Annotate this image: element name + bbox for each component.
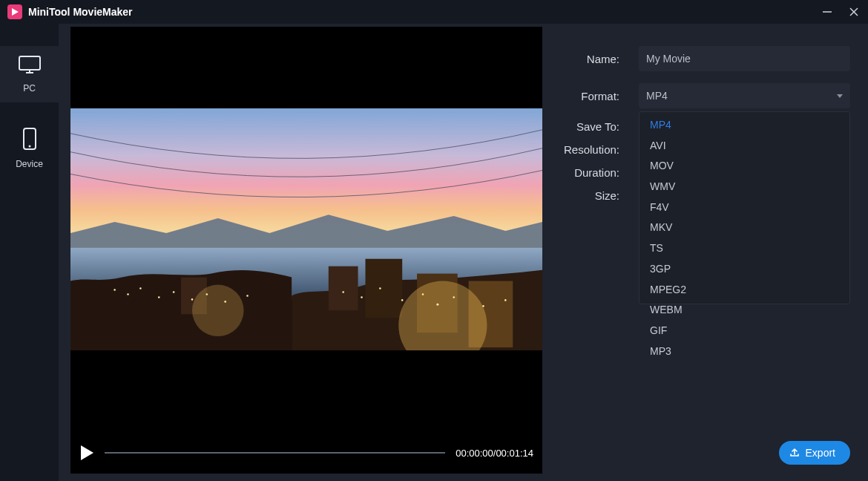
format-option-3gp[interactable]: 3GP bbox=[640, 259, 849, 280]
seek-bar[interactable] bbox=[105, 452, 445, 454]
format-option-mov[interactable]: MOV bbox=[640, 156, 849, 177]
format-select[interactable]: MP4 bbox=[639, 83, 850, 108]
export-bar: Export bbox=[554, 441, 850, 465]
format-selected-value: MP4 bbox=[646, 90, 668, 102]
svg-point-27 bbox=[342, 291, 344, 293]
size-label: Size: bbox=[554, 189, 622, 202]
titlebar: MiniTool MovieMaker bbox=[0, 0, 868, 24]
export-button[interactable]: Export bbox=[779, 441, 850, 465]
svg-rect-12 bbox=[366, 259, 403, 318]
format-option-mkv[interactable]: MKV bbox=[640, 217, 849, 238]
sidebar-item-device[interactable]: Device bbox=[0, 119, 59, 178]
svg-point-21 bbox=[158, 296, 160, 298]
svg-point-29 bbox=[379, 287, 381, 289]
sidebar-item-label: PC bbox=[23, 83, 36, 94]
format-row: Format: MP4 bbox=[554, 83, 850, 108]
format-option-wmv[interactable]: WMV bbox=[640, 177, 849, 197]
video-frame bbox=[70, 108, 542, 350]
resolution-label: Resolution: bbox=[554, 143, 622, 156]
app-logo-icon bbox=[7, 4, 22, 19]
player-controls: 00:00:00/00:01:14 bbox=[70, 432, 542, 474]
play-button[interactable] bbox=[79, 445, 94, 461]
upload-icon bbox=[789, 447, 800, 459]
app-title: MiniTool MovieMaker bbox=[28, 6, 133, 18]
format-option-mp4[interactable]: MP4 bbox=[640, 115, 849, 136]
format-option-mp3[interactable]: MP3 bbox=[640, 341, 849, 362]
window-controls bbox=[821, 5, 861, 19]
svg-point-31 bbox=[422, 293, 424, 295]
svg-point-24 bbox=[206, 293, 208, 295]
svg-point-32 bbox=[436, 304, 438, 306]
svg-point-23 bbox=[191, 298, 194, 301]
svg-point-8 bbox=[28, 145, 30, 148]
close-button[interactable] bbox=[847, 5, 861, 19]
svg-point-20 bbox=[139, 287, 142, 289]
monitor-icon bbox=[17, 53, 42, 79]
format-label: Format: bbox=[554, 90, 622, 102]
format-option-ts[interactable]: TS bbox=[640, 238, 849, 259]
main-area: PC Device bbox=[0, 24, 868, 481]
svg-marker-0 bbox=[12, 8, 19, 16]
name-input[interactable] bbox=[639, 46, 850, 71]
svg-point-34 bbox=[482, 305, 484, 307]
format-dropdown[interactable]: MP4AVIMOVWMVF4VMKVTS3GPMPEG2WEBMGIFMP3 bbox=[639, 111, 850, 304]
svg-point-33 bbox=[453, 296, 455, 298]
format-option-mpeg2[interactable]: MPEG2 bbox=[640, 280, 849, 301]
duration-label: Duration: bbox=[554, 166, 622, 179]
export-sidebar: PC Device bbox=[0, 24, 59, 481]
svg-point-30 bbox=[401, 299, 404, 301]
sidebar-item-pc[interactable]: PC bbox=[0, 46, 59, 102]
smartphone-icon bbox=[21, 126, 39, 154]
svg-rect-4 bbox=[19, 56, 40, 70]
svg-point-35 bbox=[504, 299, 507, 301]
minimize-button[interactable] bbox=[821, 5, 834, 19]
chevron-down-icon bbox=[837, 94, 843, 98]
svg-point-18 bbox=[114, 289, 116, 291]
export-settings-panel: Name: Format: MP4 Save To: Resolution: D… bbox=[554, 24, 868, 481]
svg-marker-36 bbox=[81, 445, 93, 460]
sidebar-item-label: Device bbox=[16, 159, 43, 169]
svg-point-28 bbox=[361, 296, 363, 298]
preview-column: 00:00:00/00:01:14 bbox=[59, 24, 554, 481]
svg-point-19 bbox=[127, 293, 129, 295]
timecode: 00:00:00/00:01:14 bbox=[456, 448, 533, 459]
app-brand: MiniTool MovieMaker bbox=[7, 4, 133, 19]
export-button-label: Export bbox=[806, 447, 835, 459]
format-option-webm[interactable]: WEBM bbox=[640, 300, 849, 321]
svg-point-26 bbox=[246, 295, 249, 297]
svg-point-25 bbox=[224, 301, 226, 303]
svg-rect-11 bbox=[329, 266, 358, 311]
format-option-f4v[interactable]: F4V bbox=[640, 197, 849, 218]
format-option-avi[interactable]: AVI bbox=[640, 136, 849, 157]
saveto-label: Save To: bbox=[554, 120, 622, 133]
letterbox-top bbox=[70, 27, 542, 108]
svg-point-22 bbox=[173, 291, 175, 293]
letterbox-bottom bbox=[70, 350, 542, 432]
name-row: Name: bbox=[554, 46, 850, 71]
svg-point-17 bbox=[192, 285, 244, 337]
video-preview[interactable] bbox=[70, 27, 542, 432]
name-label: Name: bbox=[554, 53, 622, 65]
format-option-gif[interactable]: GIF bbox=[640, 321, 849, 341]
